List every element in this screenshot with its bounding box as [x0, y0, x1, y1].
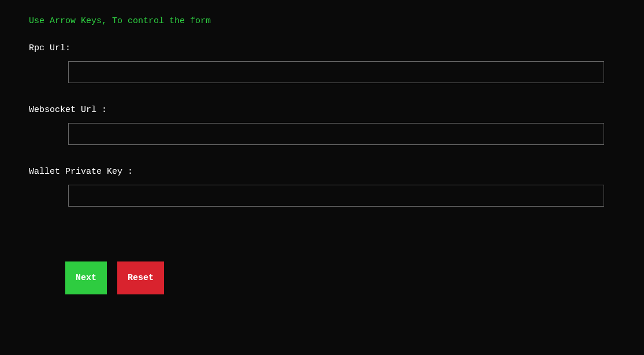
next-button[interactable]: Next	[65, 261, 107, 294]
instruction-text: Use Arrow Keys, To control the form	[29, 16, 615, 26]
reset-button[interactable]: Reset	[117, 261, 164, 294]
websocket-url-input[interactable]	[68, 123, 604, 145]
private-key-input[interactable]	[68, 185, 604, 207]
websocket-url-group: Websocket Url :	[29, 105, 615, 145]
websocket-url-input-wrapper	[29, 123, 615, 145]
rpc-url-label: Rpc Url:	[29, 43, 615, 53]
private-key-label: Wallet Private Key :	[29, 167, 615, 177]
button-row: Next Reset	[29, 261, 615, 294]
websocket-url-label: Websocket Url :	[29, 105, 615, 115]
rpc-url-input-wrapper	[29, 61, 615, 83]
private-key-input-wrapper	[29, 185, 615, 207]
form-container: Use Arrow Keys, To control the form Rpc …	[0, 0, 644, 311]
private-key-group: Wallet Private Key :	[29, 167, 615, 207]
rpc-url-input[interactable]	[68, 61, 604, 83]
rpc-url-group: Rpc Url:	[29, 43, 615, 83]
